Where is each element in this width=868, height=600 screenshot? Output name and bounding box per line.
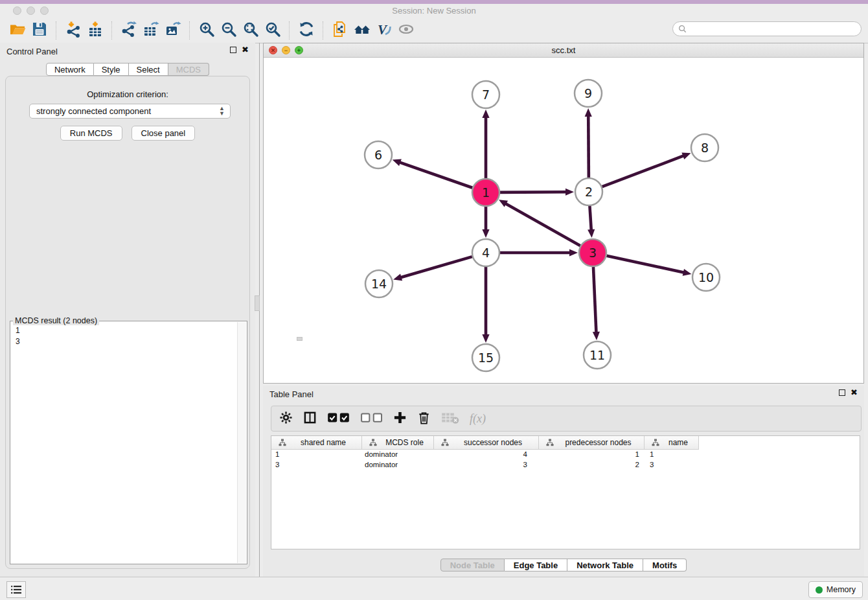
show-hide-button <box>395 21 417 40</box>
graph-node-4[interactable]: 4 <box>472 239 499 266</box>
zoom-in-button[interactable] <box>196 21 218 40</box>
table-row[interactable]: 3dominator323 <box>271 460 860 470</box>
import-network-button[interactable] <box>62 21 84 40</box>
graph-edge-3-10 <box>606 256 691 276</box>
column-header-predecessor-nodes[interactable]: predecessor nodes <box>539 436 645 450</box>
column-header-shared-name[interactable]: shared name <box>271 436 362 450</box>
table-header-row: shared nameMCDS rolesuccessor nodesprede… <box>271 436 860 450</box>
graph-edge-2-3 <box>588 206 595 238</box>
trash-icon <box>417 411 431 427</box>
graph-node-10[interactable]: 10 <box>692 264 720 291</box>
zoom-fit-button[interactable] <box>240 21 262 40</box>
network-window-titlebar[interactable]: ✕ − + scc.txt <box>264 43 863 58</box>
unselect-all-columns-button[interactable] <box>360 410 383 427</box>
tab-select[interactable]: Select <box>129 63 168 76</box>
clone-network-button[interactable] <box>329 21 351 40</box>
float-table-panel-icon[interactable] <box>839 389 845 396</box>
graph-node-15[interactable]: 15 <box>472 344 499 371</box>
table-panel-tabs: Node TableEdge TableNetwork TableMotifs <box>263 559 864 571</box>
float-panel-icon[interactable] <box>230 47 236 53</box>
panel-splitter-handle[interactable] <box>255 295 260 311</box>
network-canvas[interactable]: 1234678910111415 <box>264 58 863 383</box>
graph-node-6[interactable]: 6 <box>365 141 392 168</box>
tab-network[interactable]: Network <box>46 63 94 76</box>
close-panel-button[interactable]: Close panel <box>131 126 196 141</box>
task-history-button[interactable] <box>6 581 26 598</box>
window-title: Session: New Session <box>0 4 868 18</box>
graph-node-3[interactable]: 3 <box>579 239 606 266</box>
tab-network-table[interactable]: Network Table <box>567 559 643 571</box>
zoom-selected-button[interactable] <box>262 21 284 40</box>
column-header-MCDS-role[interactable]: MCDS role <box>362 436 434 450</box>
column-type-icon <box>365 439 380 446</box>
export-network-button[interactable] <box>118 21 140 40</box>
import-table-button[interactable] <box>84 21 106 40</box>
save-session-button[interactable] <box>29 21 51 40</box>
node-table[interactable]: shared nameMCDS rolesuccessor nodesprede… <box>271 435 860 549</box>
column-header-label: successor nodes <box>453 438 538 447</box>
tab-mcds[interactable]: MCDS <box>168 63 209 76</box>
memory-status-icon <box>816 586 823 594</box>
control-panel-title: Control Panel <box>6 47 58 56</box>
apply-layout-button[interactable] <box>295 21 317 40</box>
search-input[interactable] <box>689 23 861 36</box>
column-header-successor-nodes[interactable]: successor nodes <box>434 436 539 450</box>
export-table-button[interactable] <box>140 21 162 40</box>
criterion-select[interactable]: strongly connected component ▲▼ <box>29 104 231 119</box>
uncheck-pair-icon <box>360 411 383 427</box>
result-scrollbar[interactable] <box>237 322 246 563</box>
close-panel-icon[interactable]: ✖ <box>242 47 249 53</box>
status-bar: Memory <box>0 577 868 600</box>
open-folder-icon <box>9 21 26 40</box>
toolbar-separator <box>289 21 290 40</box>
close-table-panel-icon[interactable]: ✖ <box>851 389 858 396</box>
graph-node-7[interactable]: 7 <box>472 81 499 108</box>
memory-label: Memory <box>827 585 856 594</box>
columns-icon <box>303 411 317 427</box>
vizmapper-button[interactable]: V <box>373 21 395 40</box>
table-cell: dominator <box>362 460 434 470</box>
tab-style[interactable]: Style <box>94 63 129 76</box>
network-view-window: ✕ − + scc.txt 1234678910111415 <box>263 43 864 384</box>
horizontal-splitter-handle[interactable] <box>297 337 303 341</box>
select-all-columns-button[interactable] <box>327 410 350 427</box>
graph-node-11[interactable]: 11 <box>584 341 611 369</box>
tab-node-table[interactable]: Node Table <box>440 559 505 571</box>
graph-edge-1-7 <box>482 110 489 178</box>
tab-edge-table[interactable]: Edge Table <box>505 559 567 571</box>
column-header-name[interactable]: name <box>645 436 699 450</box>
graph-node-2[interactable]: 2 <box>575 178 602 205</box>
graph-edge-3-1 <box>499 200 580 246</box>
optimization-criterion-label: Optimization criterion: <box>6 89 249 99</box>
table-settings-button[interactable] <box>279 410 293 427</box>
graph-node-8[interactable]: 8 <box>691 134 718 161</box>
delete-column-button[interactable] <box>417 410 431 427</box>
open-file-button[interactable] <box>6 21 29 40</box>
column-type-icon <box>275 439 289 446</box>
mcds-result-list: 1 3 <box>10 323 238 564</box>
export-image-button[interactable] <box>162 21 184 40</box>
tab-motifs[interactable]: Motifs <box>643 559 687 571</box>
graph-edge-1-4 <box>482 207 489 238</box>
home-button[interactable] <box>351 21 373 40</box>
table-cell: 4 <box>434 450 539 460</box>
search-box[interactable] <box>672 21 862 36</box>
table-row[interactable]: 1dominator411 <box>271 450 860 460</box>
graph-node-1[interactable]: 1 <box>472 179 499 206</box>
graph-edge-4-3 <box>500 249 578 256</box>
plus-icon <box>393 411 407 427</box>
zoom-out-button[interactable] <box>218 21 240 40</box>
graph-node-14[interactable]: 14 <box>365 270 393 297</box>
titlebar: Session: New Session <box>0 4 868 18</box>
svg-text:14: 14 <box>371 277 387 291</box>
svg-text:11: 11 <box>589 348 605 362</box>
refresh-icon <box>298 21 315 40</box>
toolbar-separator <box>323 21 324 40</box>
graph-node-9[interactable]: 9 <box>575 80 602 107</box>
column-panel-button[interactable] <box>303 410 317 427</box>
save-icon <box>31 21 48 40</box>
create-column-button[interactable] <box>393 410 407 427</box>
run-mcds-button[interactable]: Run MCDS <box>60 126 122 141</box>
memory-button[interactable]: Memory <box>808 581 863 598</box>
select-stepper-icon: ▲▼ <box>219 106 225 116</box>
